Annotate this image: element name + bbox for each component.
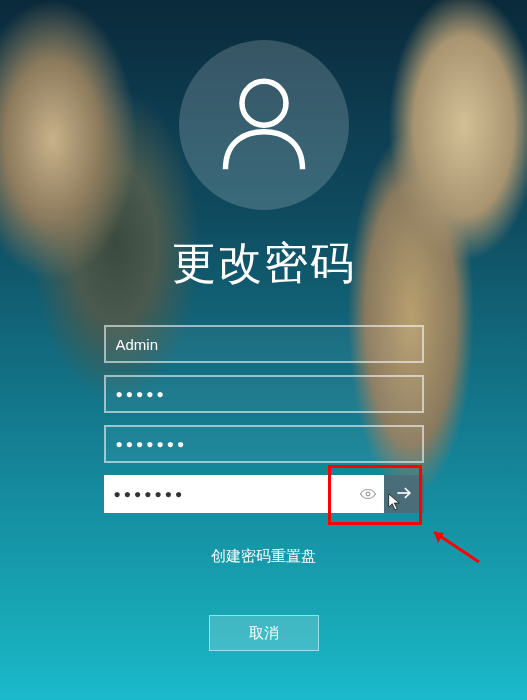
submit-button[interactable]	[384, 475, 424, 513]
page-title: 更改密码	[172, 234, 356, 293]
svg-line-3	[434, 532, 479, 562]
login-change-password-panel: 更改密码 ●●●●● ●●●●●●● ●●●●●●●	[0, 0, 527, 700]
confirm-password-input[interactable]: ●●●●●●●	[104, 475, 384, 513]
avatar	[179, 40, 349, 210]
arrow-right-icon	[394, 483, 414, 506]
new-password-input[interactable]: ●●●●●●●	[104, 425, 424, 463]
user-icon	[209, 68, 319, 182]
eye-icon[interactable]	[358, 484, 378, 504]
password-mask: ●●●●●●●	[114, 487, 186, 501]
svg-marker-4	[434, 532, 444, 543]
svg-point-0	[242, 81, 286, 125]
cancel-button[interactable]: 取消	[209, 615, 319, 651]
username-input[interactable]	[104, 325, 424, 363]
create-password-reset-disk-link[interactable]: 创建密码重置盘	[211, 547, 316, 567]
password-mask: ●●●●●	[116, 387, 167, 401]
old-password-input[interactable]: ●●●●●	[104, 375, 424, 413]
annotation-arrow-icon	[424, 527, 484, 567]
password-mask: ●●●●●●●	[116, 437, 188, 451]
svg-point-1	[366, 492, 370, 496]
